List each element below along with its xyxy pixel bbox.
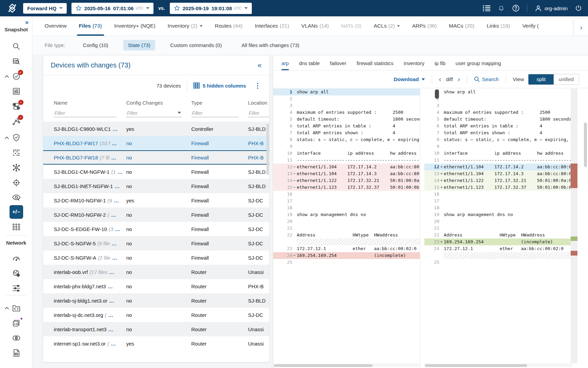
table-row[interactable]: SJ-BLDG1-INET-NGFW-1…noFirewallSJ-BLD: [43, 179, 269, 193]
truncation-ellipsis[interactable]: …: [113, 126, 118, 132]
table-row[interactable]: SJ-DC-RM10-NGFW-1(9…yesFirewallSJ-DC: [43, 193, 269, 208]
table-row[interactable]: interlab-oob.vrf(17 files…noRouterUnassi: [43, 265, 269, 279]
table-row[interactable]: SJ-DC-S-EDGE-FW-10(3…noFirewallSJ-DC: [43, 222, 269, 236]
file-tab-firewall-statistics[interactable]: firewall statistics: [357, 60, 393, 70]
tab-macs[interactable]: MACs(20): [449, 16, 474, 36]
sidebar-item-topology[interactable]: [0, 161, 32, 174]
table-row[interactable]: SJ-BLDG1-CM-NGFW-1(1…noFirewallSJ-BLD: [43, 165, 269, 179]
after-pane-hscrollbar[interactable]: [424, 364, 572, 367]
logout-power-icon[interactable]: [575, 5, 582, 12]
file-type-chip-all-files-with-changes-73-[interactable]: All files with changes (73): [237, 40, 304, 50]
sidebar-item-security[interactable]: [0, 131, 32, 144]
column-header-location[interactable]: Location: [248, 100, 269, 106]
tabs-scroll-right-button[interactable]: ›: [574, 19, 588, 35]
truncation-ellipsis[interactable]: …: [112, 241, 117, 246]
tab-acls[interactable]: ACLs(2): [374, 16, 400, 36]
download-button[interactable]: Download: [394, 76, 425, 82]
file-tab-inventory[interactable]: inventory: [404, 60, 424, 70]
sidebar-item-target[interactable]: [0, 176, 32, 189]
table-row[interactable]: SJ-DC-RM10-NGFW-2(…noFirewallSJ-DC: [43, 208, 269, 222]
truncation-ellipsis[interactable]: …: [109, 298, 115, 304]
truncation-ellipsis[interactable]: …: [108, 312, 114, 318]
column-header-name[interactable]: Name: [54, 100, 126, 106]
table-row[interactable]: internet-sp1-sw.net3.or(…yesRouterUnassi: [43, 336, 269, 351]
file-tab-user-group-mapping[interactable]: user group mapping: [456, 60, 501, 70]
sidebar-item-checks[interactable]: ✓: [0, 70, 32, 83]
table-row[interactable]: interlab-transport1.net3…noRouterUnassi: [43, 322, 269, 336]
user-menu[interactable]: org-admin: [535, 5, 568, 12]
truncation-ellipsis[interactable]: …: [108, 283, 113, 289]
sidebar-item-paths[interactable]: •: [0, 114, 32, 128]
sidebar-item-performance[interactable]: [0, 251, 32, 265]
sidebar-item-preferences[interactable]: [0, 281, 32, 295]
file-type-chip-custom-commands-0-[interactable]: Custom commands (0): [165, 40, 227, 50]
before-pane-scrollbar[interactable]: [435, 89, 439, 99]
notifications-bell-icon[interactable]: [498, 5, 505, 12]
table-row[interactable]: interlab-sj-bldg1.net3.or…noRouterSJ-BLD: [43, 293, 269, 308]
view-unified-button[interactable]: unified: [554, 74, 579, 85]
sidebar-item-config-doc[interactable]: [0, 85, 32, 98]
type-filter-input[interactable]: [191, 109, 239, 117]
sidebar-item-reports[interactable]: [0, 346, 32, 360]
truncation-ellipsis[interactable]: …: [111, 341, 116, 347]
search-button[interactable]: Search: [474, 76, 499, 82]
table-row[interactable]: interlab-sj-dc.net3.org(…noRouterSJ-DC: [43, 308, 269, 322]
sidebar-item-nqe-library[interactable]: ✦: [0, 316, 32, 330]
tab-links[interactable]: Links(19): [487, 16, 510, 36]
snapshot-after-picker[interactable]: 2025-09-19 19:01:08 UTC: [170, 3, 252, 14]
sidebar-item-network-settings[interactable]: [0, 266, 32, 280]
column-header-config-changes[interactable]: Config Changes: [126, 100, 191, 106]
truncation-ellipsis[interactable]: …: [111, 155, 116, 160]
column-header-type[interactable]: Type: [191, 100, 248, 106]
next-diff-button[interactable]: ›: [458, 75, 460, 83]
help-icon[interactable]: [512, 4, 520, 12]
tab-vlans[interactable]: VLANs(14): [301, 16, 329, 36]
truncation-ellipsis[interactable]: …: [112, 140, 117, 146]
truncation-ellipsis[interactable]: …: [117, 169, 123, 175]
view-split-button[interactable]: split: [528, 74, 554, 85]
tab-inventory-nqe-[interactable]: Inventory+ (NQE): [114, 16, 156, 36]
tab-overview[interactable]: Overview: [45, 16, 67, 36]
table-row[interactable]: SJ-DC-S-NGFW-5(9 file…noFirewallSJ-DC: [43, 236, 269, 250]
sidebar-item-toggles[interactable]: •: [0, 99, 32, 113]
tab-routes[interactable]: Routes(44): [215, 16, 243, 36]
sidebar-item-links[interactable]: [0, 331, 32, 345]
table-row[interactable]: PHX-BLDG7-FW17(10 f…noFirewallPHX-B: [43, 136, 269, 150]
tab-interfaces[interactable]: Interfaces(21): [255, 16, 289, 36]
location-filter-input[interactable]: [248, 109, 269, 117]
table-row[interactable]: SJ-DC-S-NGFW-A(2 file…noFirewallSJ-DC: [43, 250, 269, 265]
config-changes-filter-input[interactable]: [126, 109, 182, 117]
truncation-ellipsis[interactable]: …: [115, 183, 120, 189]
truncation-ellipsis[interactable]: …: [108, 326, 114, 332]
sidebar-item-apps[interactable]: [0, 220, 32, 234]
before-pane-hscrollbar[interactable]: [273, 364, 420, 367]
device-table-scrollbar[interactable]: [266, 124, 269, 175]
sidebar-item-diffs-active[interactable]: +/−: [0, 205, 32, 219]
truncation-ellipsis[interactable]: …: [111, 212, 116, 218]
sidebar-item-nqe-folder[interactable]: [0, 301, 32, 315]
tab-files[interactable]: Files(73): [79, 16, 102, 36]
network-selector[interactable]: Forward HQ: [23, 3, 67, 14]
sidebar-item-inspect[interactable]: [0, 191, 32, 204]
hidden-columns-button[interactable]: 5 hidden columns: [193, 82, 246, 89]
table-row[interactable]: PHX-BLDG7-FW18(7 fil…noFirewallPHX-B: [43, 150, 269, 165]
file-type-chip-config-10-[interactable]: Config (10): [78, 40, 113, 50]
truncation-ellipsis[interactable]: …: [114, 198, 119, 203]
sidebar-item-data-explorer[interactable]: [0, 55, 32, 68]
more-options-kebab[interactable]: ⋮: [252, 81, 263, 90]
file-type-chip-state-73-[interactable]: State (73): [123, 40, 155, 50]
snapshot-before-picker[interactable]: 2025-05-16 07:01:06 UTC: [71, 3, 153, 14]
file-tab-arp[interactable]: arp: [281, 60, 289, 70]
table-row[interactable]: SJ-BLDG1-C9800-WLC1…yesControllerSJ-BLD: [43, 122, 269, 136]
truncation-ellipsis[interactable]: …: [115, 226, 120, 232]
diff-panel-scrollbar[interactable]: [584, 123, 587, 167]
file-tab-failover[interactable]: failover: [330, 60, 346, 70]
file-tab-dns-table[interactable]: dns table: [299, 60, 320, 70]
tab-nats[interactable]: NATs(0): [341, 16, 361, 36]
tab-arps[interactable]: ARPs(36): [412, 16, 437, 36]
table-row[interactable]: interlab-phx-bldg7.net3…noRouterPHX-B: [43, 279, 269, 293]
tab-verify-[interactable]: Verify (: [522, 16, 539, 36]
sidebar-item-matrix[interactable]: [0, 146, 32, 159]
tab-inventory[interactable]: Inventory(2): [168, 16, 203, 36]
name-filter-input[interactable]: [54, 109, 117, 117]
